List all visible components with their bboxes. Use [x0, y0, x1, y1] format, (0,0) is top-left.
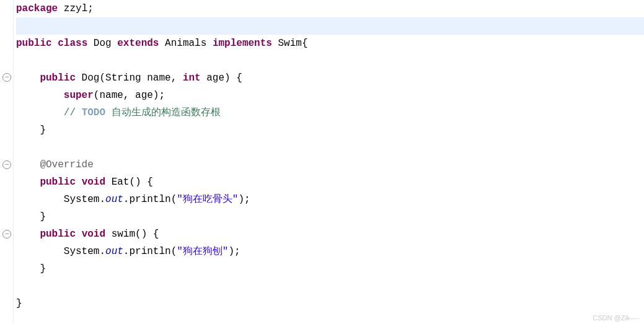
code-line[interactable]: }: [16, 295, 644, 312]
code-line-current[interactable]: [16, 17, 644, 35]
code-line[interactable]: @Override: [16, 156, 644, 173]
fold-toggle-icon[interactable]: −: [2, 160, 11, 169]
code-line[interactable]: [16, 278, 644, 295]
text: System.: [16, 194, 105, 205]
text: Animals: [159, 38, 212, 49]
code-line[interactable]: public class Dog extends Animals impleme…: [16, 35, 644, 52]
comment: 自动生成的构造函数存根: [105, 107, 221, 118]
text: Swim{: [272, 38, 308, 49]
text: [76, 229, 82, 240]
text: (name, age);: [94, 90, 165, 101]
code-line[interactable]: public Dog(String name, int age) {: [16, 69, 644, 87]
text: age) {: [201, 72, 242, 84]
keyword: void: [82, 177, 105, 188]
keyword: void: [82, 229, 105, 240]
code-line[interactable]: System.out.println("狗在吃骨头");: [16, 191, 644, 208]
keyword: package: [16, 3, 58, 14]
text: System.: [16, 246, 105, 257]
text: [76, 177, 82, 188]
keyword: implements: [213, 38, 272, 49]
code-line[interactable]: // TODO 自动生成的构造函数存根: [16, 104, 644, 121]
text: }: [16, 298, 22, 309]
gutter: − − −: [0, 0, 14, 324]
code-line[interactable]: }: [16, 208, 644, 225]
fold-toggle-icon[interactable]: −: [2, 73, 11, 82]
text: .println(: [123, 194, 177, 205]
comment: //: [64, 107, 82, 118]
keyword: int: [183, 72, 201, 84]
fold-toggle-icon[interactable]: −: [2, 230, 11, 239]
keyword: public: [40, 177, 76, 188]
text: Dog: [87, 38, 117, 49]
string-literal: "狗在吃骨头": [177, 194, 238, 205]
code-line[interactable]: System.out.println("狗在狗刨");: [16, 243, 644, 260]
keyword: public: [40, 229, 76, 240]
text: .println(: [123, 246, 177, 257]
keyword: public: [16, 38, 52, 49]
text: }: [16, 125, 46, 136]
text: }: [16, 211, 46, 222]
code-content[interactable]: package zzyl; public class Dog extends A…: [14, 0, 644, 324]
text: zzyl;: [58, 3, 94, 14]
string-literal: "狗在狗刨": [177, 246, 228, 257]
keyword: class: [58, 38, 87, 49]
code-line[interactable]: }: [16, 121, 644, 139]
code-line[interactable]: super(name, age);: [16, 87, 644, 104]
code-line[interactable]: [16, 52, 644, 69]
text: Dog(String name,: [76, 72, 183, 84]
watermark: CSDN @Zik----: [593, 314, 639, 322]
todo-tag: TODO: [82, 107, 105, 118]
code-editor[interactable]: − − − package zzyl; public class Dog ext…: [0, 0, 644, 324]
code-line[interactable]: }: [16, 260, 644, 278]
keyword: extends: [117, 38, 159, 49]
text: [52, 38, 58, 49]
keyword: public: [40, 72, 76, 84]
text: );: [238, 194, 250, 205]
field: out: [105, 246, 123, 257]
text: swim() {: [105, 229, 159, 240]
code-line[interactable]: [16, 139, 644, 156]
annotation: @Override: [40, 159, 93, 170]
text: }: [16, 263, 46, 274]
keyword: super: [64, 90, 94, 101]
text: );: [228, 246, 240, 257]
code-line[interactable]: public void swim() {: [16, 225, 644, 243]
code-line[interactable]: public void Eat() {: [16, 173, 644, 191]
text: Eat() {: [105, 177, 153, 188]
code-line[interactable]: package zzyl;: [16, 0, 644, 17]
field: out: [105, 194, 123, 205]
